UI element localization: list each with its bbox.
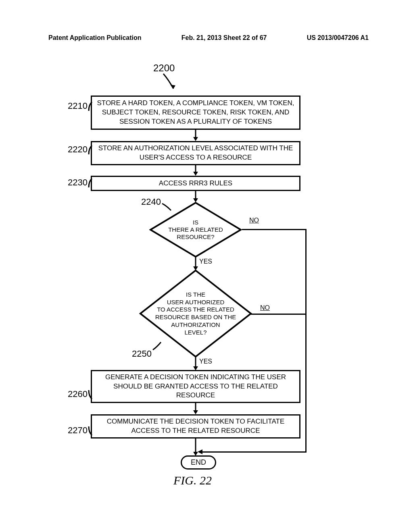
- edge-label-no: NO: [249, 217, 259, 224]
- connector-line: [305, 229, 307, 453]
- arrow-down-icon: [192, 403, 199, 415]
- process-box-text: STORE AN AUTHORIZATION LEVEL ASSOCIATED …: [96, 144, 295, 162]
- header-left: Patent Application Publication: [48, 34, 142, 42]
- ref-label-2220: 2220: [68, 144, 88, 155]
- arrow-down-icon: [192, 130, 199, 142]
- ref-label-2250: 2250: [132, 349, 152, 359]
- edge-label-yes: YES: [199, 258, 212, 265]
- process-box-text: ACCESS RRR3 RULES: [159, 179, 232, 188]
- process-box-text: STORE A HARD TOKEN, A COMPLIANCE TOKEN, …: [96, 99, 295, 127]
- ref-label-2260: 2260: [68, 389, 88, 399]
- ref-label-2270: 2270: [68, 425, 88, 436]
- leader-tail-icon: [88, 177, 93, 189]
- process-box-text: GENERATE A DECISION TOKEN INDICATING THE…: [96, 373, 295, 401]
- leader-tail-icon: [88, 101, 93, 113]
- connector-line: [202, 451, 307, 453]
- header-right: US 2013/0047206 A1: [307, 34, 369, 42]
- edge-label-yes: YES: [199, 358, 212, 365]
- leader-tail-icon: [88, 144, 93, 156]
- svg-marker-17: [198, 449, 202, 454]
- process-box-store-auth-level: STORE AN AUTHORIZATION LEVEL ASSOCIATED …: [91, 141, 300, 165]
- process-box-access-rules: ACCESS RRR3 RULES: [91, 176, 300, 191]
- ref-label-2230: 2230: [68, 177, 88, 188]
- figure-number-top: 2200: [153, 62, 175, 74]
- connector-line: [251, 314, 307, 315]
- leader-tail-icon: [152, 341, 164, 351]
- leader-tail-icon: [88, 389, 93, 401]
- svg-marker-2: [193, 137, 198, 141]
- leader-arrow-icon: [161, 73, 181, 95]
- edge-label-no: NO: [260, 304, 270, 312]
- leader-tail-icon: [88, 425, 93, 437]
- page-header: Patent Application Publication Feb. 21, …: [48, 34, 369, 42]
- svg-marker-4: [193, 172, 198, 176]
- terminator-text: END: [191, 458, 206, 466]
- leader-tail-icon: [161, 202, 173, 212]
- process-box-store-tokens: STORE A HARD TOKEN, A COMPLIANCE TOKEN, …: [91, 96, 300, 130]
- terminator-end: END: [181, 455, 216, 470]
- connector-line: [242, 229, 307, 230]
- figure-caption: FIG. 22: [173, 474, 212, 487]
- header-center: Feb. 21, 2013 Sheet 22 of 67: [181, 34, 267, 42]
- arrow-down-icon: [192, 165, 199, 177]
- svg-marker-14: [193, 410, 198, 414]
- process-box-generate-decision-token: GENERATE A DECISION TOKEN INDICATING THE…: [91, 370, 300, 403]
- ref-label-2240: 2240: [141, 197, 161, 207]
- process-box-text: COMMUNICATE THE DECISION TOKEN TO FACILI…: [96, 417, 295, 436]
- ref-label-2210: 2210: [68, 101, 88, 111]
- arrow-left-icon: [198, 449, 204, 455]
- arrow-down-icon: [192, 356, 199, 371]
- process-box-communicate-token: COMMUNICATE THE DECISION TOKEN TO FACILI…: [91, 414, 300, 438]
